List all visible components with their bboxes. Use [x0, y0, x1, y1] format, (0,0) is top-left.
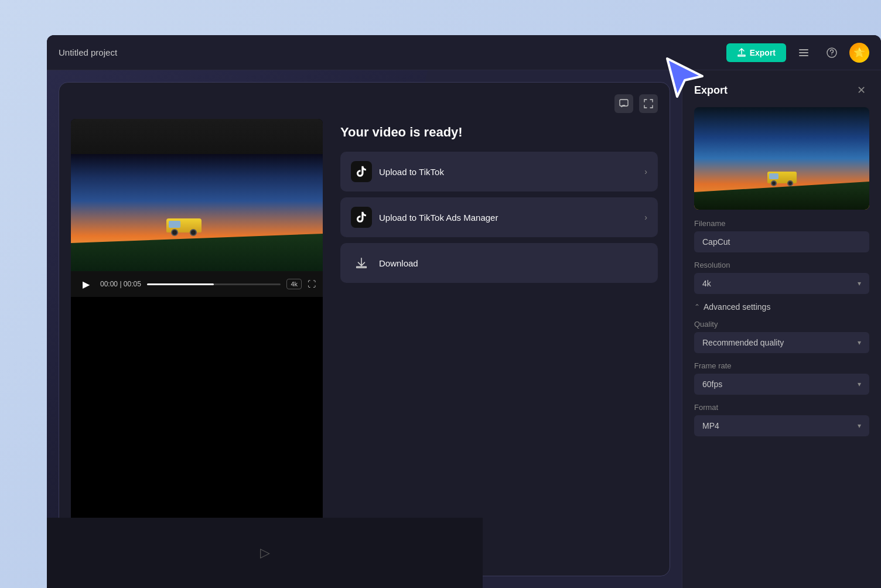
playback-controls: ▶ 00:00 | 00:05 4k ⛶	[71, 271, 323, 297]
quality-chevron-icon: ▾	[858, 339, 861, 347]
modal-body: ▶ 00:00 | 00:05 4k ⛶	[71, 119, 658, 564]
van-body	[166, 218, 202, 233]
modal-top-icons	[71, 94, 658, 113]
fullscreen-button[interactable]: ⛶	[308, 279, 316, 289]
svg-rect-2	[799, 55, 808, 56]
menu-icon	[798, 47, 810, 59]
export-button[interactable]: Export	[726, 43, 786, 62]
tiktok-icon	[351, 161, 372, 182]
fullscreen-icon	[644, 99, 653, 108]
download-svg	[355, 257, 368, 269]
advanced-chevron-icon: ⌃	[694, 303, 700, 311]
upload-tiktok-button[interactable]: Upload to TikTok ›	[340, 152, 658, 192]
frame-rate-select[interactable]: 60fps ▾	[694, 374, 869, 395]
panel-van-window	[769, 173, 778, 179]
download-icon	[351, 252, 372, 274]
panel-title: Export	[694, 84, 728, 97]
video-player: ▶ 00:00 | 00:05 4k ⛶	[71, 119, 323, 541]
panel-van-wheel-right	[787, 180, 793, 186]
panel-preview-van	[767, 172, 797, 183]
quality-select[interactable]: Recommended quality ▾	[694, 332, 869, 353]
comment-icon	[619, 99, 629, 108]
quality-value: Recommended quality	[702, 338, 784, 347]
format-value: MP4	[702, 421, 719, 430]
time-display: 00:00 | 00:05	[100, 280, 141, 288]
action-btn-left-download: Download	[351, 252, 418, 274]
svg-point-4	[831, 54, 832, 55]
van	[166, 218, 202, 236]
format-chevron-icon: ▾	[858, 422, 861, 430]
van-window	[169, 221, 180, 228]
panel-van-wheel-left	[771, 180, 777, 186]
quality-badge: 4k	[286, 279, 302, 289]
resolution-chevron-icon: ▾	[858, 279, 861, 288]
frame-rate-label: Frame rate	[694, 361, 869, 370]
resolution-select[interactable]: 4k ▾	[694, 273, 869, 294]
resolution-value: 4k	[702, 279, 711, 288]
action-btn-left-ads: Upload to TikTok Ads Manager	[351, 207, 498, 228]
frame-rate-value: 60fps	[702, 380, 722, 389]
tiktok-ads-icon	[351, 207, 372, 228]
frame-rate-chevron-icon: ▾	[858, 380, 861, 388]
modal-fullscreen-button[interactable]	[639, 94, 658, 113]
right-panel: Export ✕	[682, 70, 881, 588]
action-btn-left-tiktok: Upload to TikTok	[351, 161, 444, 182]
modal-comment-button[interactable]	[614, 94, 633, 113]
upload-tiktok-ads-button[interactable]: Upload to TikTok Ads Manager ›	[340, 197, 658, 237]
panel-preview-image	[694, 107, 869, 210]
close-button[interactable]: ✕	[853, 82, 869, 98]
svg-rect-1	[799, 52, 808, 53]
play-button[interactable]: ▶	[78, 276, 94, 292]
van-wheel-right	[190, 229, 197, 236]
filename-label: Filename	[694, 219, 869, 228]
panel-preview	[694, 107, 869, 210]
timeline-play-button[interactable]: ▷	[260, 545, 270, 560]
progress-bar[interactable]	[147, 283, 281, 285]
settings-section: Filename Resolution 4k ▾	[682, 219, 881, 302]
menu-icon-button[interactable]	[793, 42, 814, 63]
filename-input[interactable]	[694, 231, 869, 252]
main-content: ▶ 00:00 | 00:05 4k ⛶	[47, 70, 881, 588]
tiktok-ads-logo	[355, 211, 368, 224]
panel-header: Export ✕	[682, 70, 881, 107]
quality-label: Quality	[694, 320, 869, 329]
help-icon-button[interactable]	[821, 42, 842, 63]
timeline-area: ▷	[47, 518, 483, 588]
chevron-right-ads: ›	[644, 213, 647, 222]
export-modal: ▶ 00:00 | 00:05 4k ⛶	[59, 82, 670, 576]
format-select[interactable]: MP4 ▾	[694, 415, 869, 436]
svg-rect-0	[799, 49, 808, 50]
help-icon	[826, 47, 838, 59]
video-section: ▶ 00:00 | 00:05 4k ⛶	[71, 119, 323, 564]
progress-fill	[147, 283, 214, 285]
panel-van-body	[767, 172, 797, 183]
ready-title: Your video is ready!	[340, 125, 658, 140]
avatar[interactable]: 🌟	[849, 43, 869, 63]
export-upload-icon	[737, 48, 746, 57]
actions-section: Your video is ready! Upload to TikTok	[340, 119, 658, 564]
advanced-settings-toggle[interactable]: ⌃ Advanced settings	[682, 302, 881, 312]
top-bar: Untitled project Export	[47, 35, 881, 70]
tiktok-logo	[355, 165, 368, 178]
advanced-settings-section: Quality Recommended quality ▾ Frame rate…	[682, 320, 881, 445]
van-wheel-left	[171, 229, 178, 236]
video-thumbnail	[71, 119, 323, 271]
chevron-right-tiktok: ›	[644, 167, 647, 176]
project-title: Untitled project	[59, 47, 117, 57]
format-label: Format	[694, 403, 869, 412]
app-window: Untitled project Export	[47, 35, 881, 588]
top-bar-right: Export 🌟	[726, 42, 869, 63]
center-area: ▶ 00:00 | 00:05 4k ⛶	[47, 70, 682, 588]
advanced-settings-label: Advanced settings	[704, 302, 770, 312]
download-button[interactable]: Download	[340, 243, 658, 283]
resolution-label: Resolution	[694, 261, 869, 269]
